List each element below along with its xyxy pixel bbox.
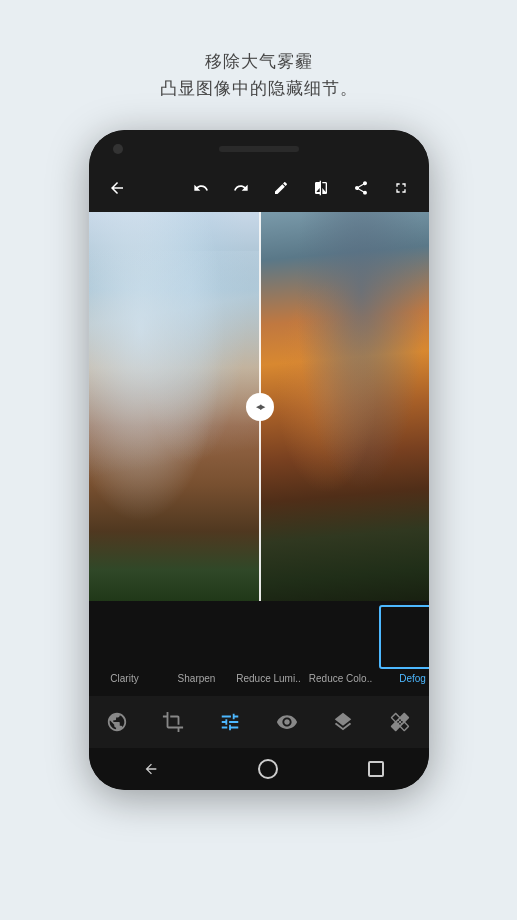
image-left (89, 212, 259, 601)
phone-top-bar (89, 130, 429, 168)
thumb-reduce-lumi[interactable]: Reduce Lumi.. (233, 605, 305, 684)
heal-tool[interactable] (380, 711, 420, 733)
bottom-tools (89, 696, 429, 748)
redo-button[interactable] (227, 180, 255, 201)
sliders-tool[interactable] (210, 711, 250, 733)
crop-tool[interactable] (153, 711, 193, 733)
header-line1: 移除大气雾霾 (160, 48, 358, 75)
thumbnail-strip: Clarity Sharpen Reduce Lumi.. Reduce Col… (89, 601, 429, 696)
phone-wrapper: Clarity Sharpen Reduce Lumi.. Reduce Col… (89, 130, 429, 810)
header-line2: 凸显图像中的隐藏细节。 (160, 75, 358, 102)
presets-tool[interactable] (97, 711, 137, 733)
fullscreen-button[interactable] (387, 180, 415, 201)
image-area (89, 212, 429, 601)
thumb-sharpen[interactable]: Sharpen (161, 605, 233, 684)
share-button[interactable] (347, 180, 375, 201)
app-toolbar (89, 168, 429, 212)
nav-recent-button[interactable] (368, 761, 384, 777)
nav-home-button[interactable] (258, 759, 278, 779)
eye-tool[interactable] (267, 711, 307, 733)
phone-camera (113, 144, 123, 154)
compare-button[interactable] (307, 180, 335, 201)
edit-button[interactable] (267, 180, 295, 201)
thumb-clarity[interactable]: Clarity (89, 605, 161, 684)
undo-button[interactable] (187, 180, 215, 201)
thumb-reduce-colo[interactable]: Reduce Colo.. (305, 605, 377, 684)
image-right (259, 212, 429, 601)
header-text: 移除大气雾霾 凸显图像中的隐藏细节。 (160, 48, 358, 102)
nav-back-button[interactable] (133, 751, 169, 787)
thumb-defog[interactable]: Defog (377, 605, 429, 684)
split-line[interactable] (259, 212, 261, 601)
back-button[interactable] (103, 179, 131, 202)
phone-nav-bar (89, 748, 429, 790)
layers-tool[interactable] (323, 711, 363, 733)
phone-speaker (219, 146, 299, 152)
split-handle[interactable] (246, 393, 274, 421)
phone-body: Clarity Sharpen Reduce Lumi.. Reduce Col… (89, 130, 429, 790)
